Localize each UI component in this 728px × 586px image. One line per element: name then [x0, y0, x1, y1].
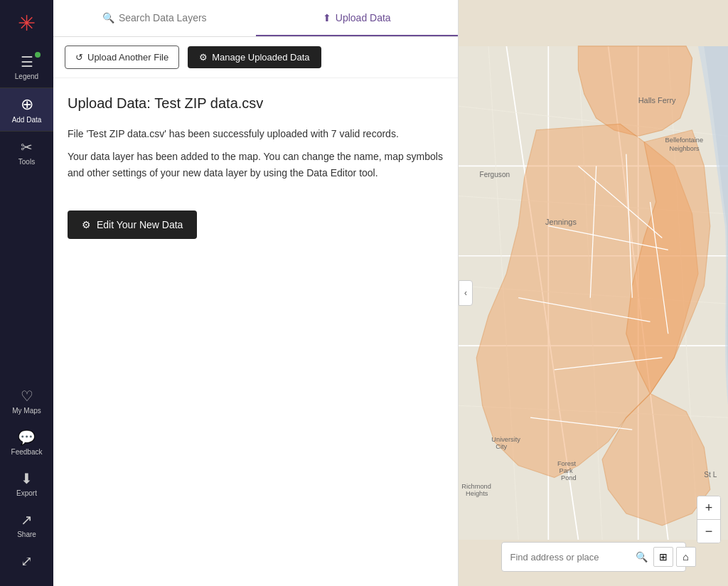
map-search-icon[interactable]: 🔍	[636, 551, 648, 563]
sidebar-item-feedback[interactable]: 💬 Feedback	[0, 422, 53, 463]
sidebar-item-legend[interactable]: ☰ Legend	[0, 46, 53, 87]
edit-data-button[interactable]: ⚙ Edit Your New Data	[68, 211, 197, 239]
export-label: Export	[16, 489, 37, 497]
map-search-buttons: ⊞ ⌂	[653, 547, 696, 567]
edit-button-label: Edit Your New Data	[97, 219, 183, 230]
svg-text:Richmond: Richmond	[461, 483, 491, 490]
panel-toolbar: ↺ Upload Another File ⚙ Manage Uploaded …	[53, 37, 458, 78]
map-location-button[interactable]: ⌂	[676, 547, 696, 567]
tab-search[interactable]: 🔍 Search Data Layers	[53, 0, 256, 36]
sidebar-item-my-maps[interactable]: ♡ My Maps	[0, 380, 53, 422]
tab-upload[interactable]: ⬆ Upload Data	[256, 0, 459, 36]
zoom-out-button[interactable]: −	[697, 520, 720, 543]
edit-gear-icon: ⚙	[82, 219, 91, 230]
export-icon: ⬇	[21, 470, 33, 487]
status-dot	[35, 52, 41, 58]
my-maps-icon: ♡	[21, 388, 33, 405]
svg-text:Neighbors: Neighbors	[669, 145, 700, 152]
title-prefix: Upload Data:	[68, 95, 151, 111]
manage-uploaded-button[interactable]: ⚙ Manage Uploaded Data	[188, 46, 321, 68]
upload-content: Upload Data: Test ZIP data.csv File 'Tes…	[53, 78, 458, 586]
tools-icon: ✂	[21, 139, 33, 156]
zoom-in-button[interactable]: +	[697, 496, 720, 519]
share-label: Share	[17, 531, 36, 538]
search-tab-label: Search Data Layers	[119, 12, 207, 23]
map-svg: Halls Ferry Bellefontaine Neighbors Ferg…	[459, 0, 728, 586]
svg-text:Jennings: Jennings	[545, 218, 577, 226]
feedback-label: Feedback	[11, 448, 43, 456]
content-title: Upload Data: Test ZIP data.csv	[68, 95, 444, 112]
sidebar-item-share[interactable]: ↗ Share	[0, 504, 53, 545]
collapse-panel-button[interactable]: ‹	[459, 280, 473, 306]
feedback-icon: 💬	[18, 429, 36, 446]
add-data-icon: ⊕	[21, 95, 33, 114]
upload-another-label: Upload Another File	[87, 52, 168, 63]
svg-text:Ferguson: Ferguson	[479, 171, 510, 179]
undo-icon: ↺	[75, 52, 83, 63]
upload-tab-icon: ⬆	[323, 12, 331, 23]
tab-bar: 🔍 Search Data Layers ⬆ Upload Data	[53, 0, 458, 37]
sidebar-item-tools[interactable]: ✂ Tools	[0, 132, 53, 173]
svg-text:Heights: Heights	[466, 490, 488, 497]
legend-label: Legend	[15, 73, 38, 80]
sidebar-bottom: ♡ My Maps 💬 Feedback ⬇ Export ↗ Share ⤢	[0, 380, 53, 586]
collapse-icon: ‹	[464, 288, 467, 298]
svg-text:Pond: Pond	[561, 474, 577, 481]
share-icon: ↗	[21, 511, 33, 528]
map-search-bar: 🔍 ⊞ ⌂	[501, 542, 686, 572]
map-search-input[interactable]	[510, 552, 630, 563]
search-tab-icon: 🔍	[102, 12, 114, 23]
sidebar-item-add-data[interactable]: ⊕ Add Data	[0, 87, 53, 132]
success-message: File 'Test ZIP data.csv' has been succes…	[68, 126, 444, 142]
fullscreen-icon: ⤢	[21, 553, 33, 570]
add-data-label: Add Data	[12, 116, 42, 124]
logo-icon: ✳	[18, 11, 36, 36]
sidebar-item-export[interactable]: ⬇ Export	[0, 463, 53, 504]
map-container[interactable]: Halls Ferry Bellefontaine Neighbors Ferg…	[459, 0, 728, 586]
manage-label: Manage Uploaded Data	[212, 52, 309, 63]
svg-text:Bellefontaine: Bellefontaine	[665, 137, 704, 144]
svg-text:St L: St L	[704, 471, 717, 479]
svg-text:Forest: Forest	[557, 460, 577, 467]
sidebar-item-fullscreen[interactable]: ⤢	[0, 545, 53, 579]
app-logo: ✳	[0, 0, 53, 46]
title-filename: Test ZIP data.csv	[154, 95, 263, 111]
upload-another-button[interactable]: ↺ Upload Another File	[65, 46, 179, 69]
svg-text:Park: Park	[559, 467, 572, 474]
upload-tab-label: Upload Data	[336, 12, 391, 23]
sidebar: ✳ ☰ Legend ⊕ Add Data ✂ Tools ♡ My Maps …	[0, 0, 53, 586]
map-zoom-controls: + −	[697, 496, 721, 543]
description-text: Your data layer has been added to the ma…	[68, 149, 444, 181]
tools-label: Tools	[18, 158, 35, 166]
upload-panel: 🔍 Search Data Layers ⬆ Upload Data ↺ Upl…	[53, 0, 459, 586]
map-grid-button[interactable]: ⊞	[653, 547, 673, 567]
svg-text:City: City	[496, 443, 507, 450]
svg-text:University: University	[491, 436, 520, 443]
manage-gear-icon: ⚙	[199, 52, 208, 63]
legend-icon: ☰	[21, 53, 33, 70]
my-maps-label: My Maps	[12, 407, 41, 415]
svg-text:Halls Ferry: Halls Ferry	[638, 96, 676, 105]
